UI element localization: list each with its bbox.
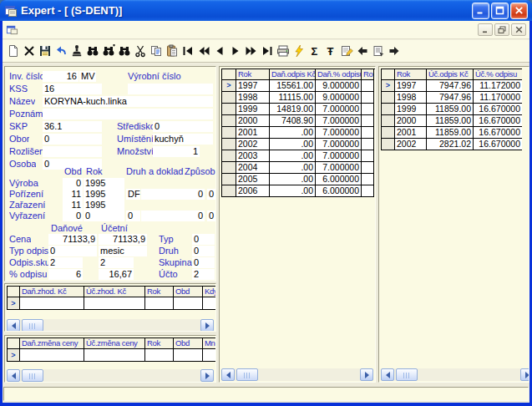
table-cell[interactable]: 11.170000: [474, 92, 522, 104]
table-cell[interactable]: [145, 349, 174, 362]
row-selector[interactable]: [222, 92, 236, 104]
table-cell[interactable]: 7.000000: [316, 115, 362, 127]
minimize-button[interactable]: [472, 3, 489, 19]
cena-ucet-field[interactable]: 71133,9: [99, 234, 147, 245]
stamp-icon[interactable]: [68, 43, 84, 60]
selected-row-marker[interactable]: >: [382, 80, 395, 92]
scroll-right-button[interactable]: [200, 319, 214, 332]
table-cell[interactable]: 9.000000: [316, 80, 362, 92]
table-row[interactable]: >19977947.9611.172000: [382, 80, 522, 92]
table-cell[interactable]: 16.670000: [474, 115, 522, 127]
pct-odpisu-dan-field[interactable]: 6: [48, 269, 83, 280]
maximize-button[interactable]: [491, 3, 509, 19]
properties-icon[interactable]: [370, 43, 386, 60]
scroll-track[interactable]: [43, 369, 200, 382]
selected-row-marker[interactable]: >: [8, 349, 20, 362]
table-cell[interactable]: [174, 297, 203, 310]
table-row[interactable]: 2004.007.000000: [222, 162, 375, 174]
close-button[interactable]: [510, 3, 528, 19]
find-all-icon[interactable]: [116, 43, 132, 60]
row-selector[interactable]: [382, 139, 395, 150]
table-cell[interactable]: [20, 297, 84, 310]
table-row[interactable]: 2005.006.000000: [222, 174, 375, 185]
table-row[interactable]: 2006.006.000000: [222, 185, 375, 197]
table-cell[interactable]: [362, 174, 374, 185]
porizeni-zpusob-field[interactable]: 0: [207, 189, 216, 200]
table-row[interactable]: 2003.007.000000: [222, 150, 375, 162]
next-fast-icon[interactable]: [243, 43, 259, 60]
skp-field[interactable]: 36.1: [43, 121, 102, 132]
back-icon[interactable]: [354, 43, 370, 60]
table-cell[interactable]: 7.000000: [316, 139, 362, 150]
scroll-track[interactable]: [418, 368, 520, 381]
table-cell[interactable]: [362, 139, 374, 150]
forward-icon[interactable]: [386, 43, 402, 60]
table-cell[interactable]: 2001: [236, 127, 270, 139]
table-cell[interactable]: [203, 297, 215, 310]
save-icon[interactable]: [37, 43, 53, 60]
table-cell[interactable]: .00: [270, 139, 316, 150]
edit-note-icon[interactable]: [338, 43, 354, 60]
table-row[interactable]: >: [8, 297, 215, 310]
table-cell[interactable]: 1999: [395, 104, 427, 115]
table-cell[interactable]: [84, 297, 145, 310]
vyroba-obd-field[interactable]: 0: [63, 178, 83, 189]
copy-icon[interactable]: [148, 43, 164, 60]
scroll-right-button[interactable]: [360, 368, 373, 381]
table-cell[interactable]: 11.172000: [474, 80, 522, 92]
table-cell[interactable]: .00: [270, 162, 316, 174]
row-selector[interactable]: [382, 92, 395, 104]
table-cell[interactable]: .00: [270, 185, 316, 197]
table-cell[interactable]: 16.670000: [474, 127, 522, 139]
table-cell[interactable]: 7.000000: [316, 104, 362, 115]
table-cell[interactable]: 16.670000: [474, 104, 522, 115]
table-row[interactable]: 2002.007.000000: [222, 139, 375, 150]
table-cell[interactable]: 1998: [236, 92, 270, 104]
druh-field[interactable]: 0: [192, 246, 215, 256]
porizeni-rok-field[interactable]: 1995: [84, 189, 124, 200]
row-selector[interactable]: [382, 104, 395, 115]
typ-odpisu-dan-field[interactable]: 0: [48, 246, 97, 256]
scroll-thumb[interactable]: [22, 369, 43, 382]
selected-row-marker[interactable]: >: [8, 297, 20, 310]
table-cell[interactable]: 11859.00: [427, 127, 474, 139]
table-cell[interactable]: [20, 349, 84, 362]
document-icon[interactable]: [6, 23, 18, 36]
table-cell[interactable]: .00: [270, 127, 316, 139]
scroll-left-button[interactable]: [7, 369, 20, 382]
table-cell[interactable]: 2002: [395, 139, 427, 150]
nazev-field[interactable]: KORYNA-kuch.linka: [43, 96, 213, 107]
pct-odpisu-ucet-field[interactable]: 16,67: [99, 269, 134, 280]
inv-cislo-field[interactable]: 16: [43, 71, 79, 82]
table-row[interactable]: 200111859.0016.670000: [382, 127, 522, 139]
porizeni-doklad-field[interactable]: 0: [141, 189, 205, 200]
horizontal-scrollbar[interactable]: [221, 368, 373, 381]
table-cell[interactable]: 7.000000: [316, 127, 362, 139]
new-icon[interactable]: [5, 43, 21, 60]
vyroba-rok-field[interactable]: 1995: [84, 178, 124, 189]
table-cell[interactable]: 7408.90: [270, 115, 316, 127]
vyrazeni-zpusob-field[interactable]: 0: [207, 211, 216, 221]
table-cell[interactable]: 16.670000: [474, 139, 522, 150]
table-row[interactable]: >: [8, 349, 215, 362]
table-cell[interactable]: [362, 80, 374, 92]
cut-icon[interactable]: [132, 43, 148, 60]
odpis-skupina-dan-field[interactable]: 2: [48, 257, 83, 268]
mdi-restore-button[interactable]: [494, 23, 509, 36]
row-selector[interactable]: [222, 174, 236, 185]
table-cell[interactable]: 1997: [236, 80, 270, 92]
vyrazeni-obd-field[interactable]: 0: [63, 211, 83, 221]
insert-text-icon[interactable]: Ŧ: [322, 43, 338, 60]
table-cell[interactable]: 7947.96: [427, 80, 474, 92]
table-cell[interactable]: .00: [270, 150, 316, 162]
table-row[interactable]: 19987947.9611.170000: [382, 92, 522, 104]
scroll-track[interactable]: [43, 319, 200, 332]
table-cell[interactable]: [362, 92, 374, 104]
scroll-thumb[interactable]: [22, 319, 43, 332]
ucto-field[interactable]: 2: [192, 269, 215, 280]
print-icon[interactable]: [275, 43, 291, 60]
table-cell[interactable]: 1997: [395, 80, 427, 92]
zarazeni-rok-field[interactable]: 1995: [84, 200, 124, 211]
scroll-track[interactable]: [258, 368, 360, 381]
table-cell[interactable]: 11115.00: [270, 92, 316, 104]
